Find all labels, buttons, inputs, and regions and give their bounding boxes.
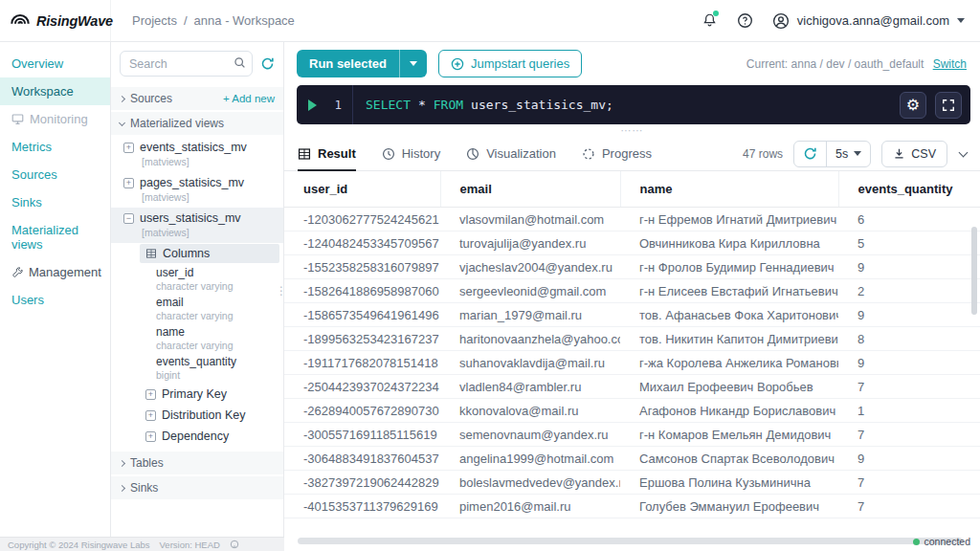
notifications-bell-icon[interactable] [702,12,718,29]
breadcrumb-workspace: anna - Workspace [194,13,295,28]
cell-name: г-н Елисеев Евстафий Игнатьевич [620,279,838,303]
topbar-actions: vichigova.anna@gmail.com [702,12,980,30]
column-name[interactable]: name character varying [156,324,283,354]
editor-fullscreen-button[interactable] [935,92,962,119]
horizontal-scrollbar[interactable] [298,538,963,544]
cell-email: boleslavmedvedev@yandex.ru [440,471,620,495]
table-row: -1240482453345709567 turovajulija@yandex… [284,231,980,255]
table-row: -2504423937024372234 vladlen84@rambler.r… [284,375,980,399]
column-email[interactable]: email character varying [156,295,283,324]
expand-plus-icon[interactable] [145,389,156,400]
table-row: -1582641886958987060 sergeevleonid@gmail… [284,279,980,303]
cell-events-quantity: 7 [838,423,980,447]
sql-code-line[interactable]: SELECT*FROMusers_statisics_mv; [366,98,613,112]
tab-progress[interactable]: Progress [582,137,652,170]
vertical-scrollbar[interactable] [971,227,977,315]
app-footer: Copyright © 2024 Risingwave Labs Version… [0,537,284,551]
export-csv-button[interactable]: CSV [881,141,947,167]
breadcrumb-separator: / [184,13,188,28]
sql-editor[interactable]: 1 SELECT*FROMusers_statisics_mv; [297,85,970,124]
editor-buttons [900,92,962,119]
connection-status: connected [913,536,970,547]
cell-events-quantity: 5 [838,231,980,255]
sidebar-item-workspace[interactable]: Workspace [0,77,110,105]
table-row: -1899563253423167237 haritonovaanzhela@y… [284,327,980,351]
table-row: -1552358258316079897 vjacheslav2004@yand… [284,255,980,279]
cell-events-quantity: 8 [838,327,980,351]
monitor-icon [11,113,24,125]
column-events-quantity[interactable]: events_quantity bigint [156,354,283,384]
cell-email: kkonovalova@mail.ru [440,399,620,423]
add-new-source-link[interactable]: + Add new [223,93,275,104]
column-user-id[interactable]: user_id character varying [156,265,283,295]
tree-dependency[interactable]: Dependency [142,426,283,447]
refresh-results-button[interactable] [794,142,827,166]
gear-icon [906,96,920,114]
result-table: user_id email name events_quantity -1203… [284,171,980,518]
table-row: -3827397219062442829 boleslavmedvedev@ya… [284,471,980,495]
sidebar-item-users[interactable]: Users [0,286,110,314]
sidebar-item-materialized-views[interactable]: Materialized views [0,216,110,258]
cell-user-id: -1552358258316079897 [284,255,440,279]
user-menu[interactable]: vichigova.anna@gmail.com [772,12,965,30]
cell-email: semenovnaum@yandex.ru [440,423,620,447]
search-box [120,51,253,77]
table-row: -3064883491837604537 angelina1999@hotmai… [284,447,980,471]
tree-sources[interactable]: Sources + Add new [111,87,283,110]
chevron-down-icon [410,61,417,66]
column-header-email: email [440,171,620,208]
app-body: Overview Workspace Monitoring Metrics So… [0,42,980,551]
cell-user-id: -3005571691185115619 [284,423,440,447]
github-icon[interactable] [230,540,239,549]
jumpstart-queries-button[interactable]: Jumpstart queries [438,50,582,77]
run-options-caret[interactable] [399,50,427,77]
cell-user-id: -3827397219062442829 [284,471,440,495]
tab-history[interactable]: History [382,137,440,170]
cell-name: Голубев Эммануил Ерофеевич [620,495,838,518]
cell-name: тов. Афанасьев Фока Харитонович [620,303,838,327]
tree-item-pages-statisics-mv[interactable]: pages_statisics_mv [matviews] [111,172,283,208]
tree-item-events-statisics-mv[interactable]: events_statisics_mv [matviews] [111,137,283,172]
row-count: 47 rows [743,147,783,161]
risingwave-logo-icon [10,11,31,32]
refresh-interval-dropdown[interactable]: 5s [827,142,870,166]
tree-distribution-key[interactable]: Distribution Key [142,405,283,426]
sidebar-item-sinks[interactable]: Sinks [0,188,110,216]
expand-plus-icon[interactable] [145,431,156,442]
sidebar-item-sources[interactable]: Sources [0,161,110,188]
run-selected-button[interactable]: Run selected [297,50,427,77]
expand-plus-icon[interactable] [123,143,134,153]
connected-dot-icon [913,539,920,545]
tree-columns-group[interactable]: Columns [140,244,279,263]
sidebar-item-management[interactable]: Management [0,258,110,286]
tab-result[interactable]: Result [298,137,356,170]
sidebar-item-overview[interactable]: Overview [0,50,110,77]
expand-plus-icon[interactable] [145,410,156,421]
panel-resize-handle[interactable] [276,284,287,298]
breadcrumb-projects-link[interactable]: Projects [132,13,177,28]
switch-context-link[interactable]: Switch [933,57,967,71]
sidebar: Overview Workspace Monitoring Metrics So… [0,42,111,551]
notification-dot [713,11,719,16]
sidebar-item-monitoring[interactable]: Monitoring [0,105,110,133]
run-line-play-icon[interactable] [308,99,317,111]
cell-email: sergeevleonid@gmail.com [440,279,620,303]
tree-tables[interactable]: Tables [111,452,283,474]
editor-resize-handle[interactable] [284,124,980,137]
collapse-panel-button[interactable] [958,150,969,158]
tab-visualization[interactable]: Visualization [466,137,556,170]
cell-name: Михаил Ерофеевич Воробьев [620,375,838,399]
tree-sinks[interactable]: Sinks [111,476,283,499]
sidebar-item-metrics[interactable]: Metrics [0,133,110,161]
editor-settings-button[interactable] [900,92,926,119]
expand-plus-icon[interactable] [123,178,134,188]
tree-materialized-views[interactable]: Materialized views [111,112,283,135]
help-icon[interactable] [737,12,753,29]
refresh-tree-icon[interactable] [260,56,275,71]
tree-primary-key[interactable]: Primary Key [142,384,283,405]
result-table-area: user_id email name events_quantity -1203… [284,171,980,551]
tree-item-users-statisics-mv[interactable]: users_statisics_mv [matviews] [111,208,283,243]
risingwave-logo[interactable]: RisingWave [0,0,111,41]
collapse-minus-icon[interactable] [123,213,134,224]
cell-events-quantity: 9 [838,255,980,279]
